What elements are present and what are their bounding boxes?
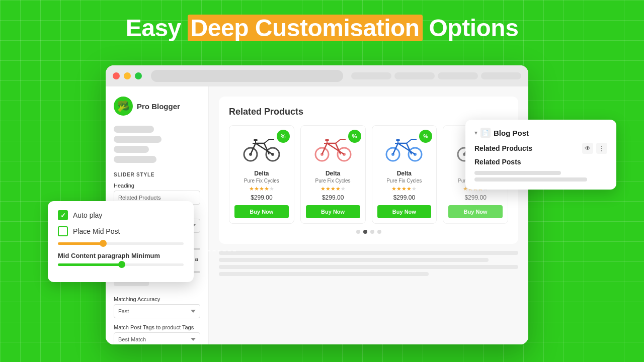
place-mid-label: Place Mid Post [73, 227, 120, 235]
place-mid-checkbox[interactable] [58, 226, 68, 236]
nav-item-3[interactable] [114, 146, 149, 153]
section-title: SLIDER STYLE [114, 172, 200, 177]
product-name-2: Delta [306, 170, 360, 177]
logo-icon: 🥦 [114, 97, 133, 116]
eye-icon[interactable]: 👁 [582, 143, 593, 154]
place-mid-item: Place Mid Post [58, 226, 184, 236]
dot-2[interactable] [363, 230, 367, 234]
product-image-3 [384, 131, 424, 166]
chevron-down-icon: ▾ [474, 129, 477, 136]
blog-post-title: Blog Post [494, 129, 529, 137]
blog-panel: ▾ 📄 Blog Post Related Products 👁 ⋮ Relat… [465, 120, 616, 190]
buy-button-3[interactable]: Buy Now [377, 205, 432, 218]
content-line-2 [219, 258, 489, 262]
svg-rect-11 [325, 139, 329, 141]
page-title-container: Easy Deep Customisation Options [0, 0, 644, 51]
nav-item-1[interactable] [114, 126, 154, 133]
matching-accuracy-group: Matching Accuracy Fast [114, 296, 200, 318]
product-image-1 [242, 131, 282, 166]
buy-button-4[interactable]: Buy Now [448, 205, 503, 218]
browser-titlebar [106, 65, 528, 86]
panel-slider-track[interactable] [58, 242, 184, 245]
blog-related-products-item: Related Products 👁 ⋮ [474, 143, 607, 154]
product-price-4: $299.00 [448, 194, 503, 201]
nav-pills [114, 126, 200, 163]
product-price-2: $299.00 [306, 194, 360, 201]
nav-item-4[interactable] [114, 156, 156, 163]
panel-slider-fill [58, 242, 102, 245]
buy-button-2[interactable]: Buy Now [306, 205, 360, 218]
svg-rect-5 [254, 139, 258, 141]
match-post-group: Match Post Tags to product Tags Best Mat… [114, 324, 200, 344]
sidebar-logo: 🥦 Pro Blogger [114, 97, 200, 116]
dot-3[interactable] [370, 230, 374, 234]
matching-accuracy-select[interactable]: Fast [114, 304, 200, 318]
blog-subline-1 [474, 171, 561, 175]
product-name-1: Delta [234, 170, 289, 177]
product-brand-3: Pure Fix Cycles [377, 178, 432, 184]
product-price-3: $299.00 [377, 194, 432, 201]
svg-rect-17 [396, 139, 400, 141]
product-price-1: $299.00 [234, 194, 289, 201]
product-brand-1: Pure Fix Cycles [234, 178, 289, 184]
mid-content-label: Mid Content paragraph Minimum [58, 252, 184, 259]
nav-pill-3 [438, 72, 478, 79]
panel-slider-thumb-2[interactable] [118, 261, 125, 268]
content-line-1 [219, 251, 518, 255]
title-highlight: Deep Customisation [188, 15, 423, 41]
product-stars-1: ★★★★★ [234, 186, 289, 192]
content-lines [219, 251, 518, 276]
minimize-button-dot[interactable] [124, 72, 131, 79]
blog-sublines [474, 171, 607, 182]
panel-slider-track-2[interactable] [58, 263, 184, 266]
blog-icon: 📄 [480, 128, 491, 138]
blog-panel-header: ▾ 📄 Blog Post [474, 128, 607, 138]
title-text-1: Easy [126, 15, 188, 41]
menu-dots-icon[interactable]: ⋮ [596, 143, 607, 154]
title-text-2: Options [423, 15, 519, 41]
product-card-1: % [229, 125, 294, 224]
blog-related-posts-item: Related Posts [474, 158, 607, 166]
nav-pill-2 [394, 72, 435, 79]
panel-slider [58, 242, 184, 245]
blog-item-2-name: Related Posts [474, 158, 521, 166]
blog-item-1-name: Related Products [474, 144, 532, 152]
address-bar[interactable] [151, 70, 343, 82]
product-image-2 [313, 131, 353, 166]
product-badge-3: % [419, 130, 432, 143]
product-name-3: Delta [377, 170, 432, 177]
product-brand-2: Pure Fix Cycles [306, 178, 360, 184]
product-badge-1: % [277, 130, 290, 143]
blog-item-1-actions: 👁 ⋮ [582, 143, 607, 154]
nav-pill-1 [351, 72, 391, 79]
product-stars-2: ★★★★★ [306, 186, 360, 192]
blog-subline-2 [474, 177, 587, 182]
product-card-3: % [372, 125, 437, 224]
autoplay-checkbox[interactable]: ✓ [58, 210, 68, 220]
connector-left [192, 236, 237, 251]
carousel-dots [229, 230, 508, 234]
autoplay-label: Auto play [73, 211, 102, 219]
product-stars-3: ★★★★★ [377, 186, 432, 192]
match-post-select[interactable]: Best Match [114, 332, 200, 344]
close-button-dot[interactable] [113, 72, 120, 79]
products-title: Related Products [229, 107, 508, 117]
connector-right [437, 171, 462, 186]
dot-1[interactable] [356, 230, 360, 234]
maximize-button-dot[interactable] [135, 72, 142, 79]
logo-text: Pro Blogger [137, 102, 180, 111]
page-title: Easy Deep Customisation Options [0, 14, 644, 42]
check-icon: ✓ [60, 212, 66, 219]
match-post-label: Match Post Tags to product Tags [114, 324, 200, 330]
matching-accuracy-label: Matching Accuracy [114, 296, 200, 302]
panel-slider-fill-2 [58, 263, 121, 266]
autoplay-item: ✓ Auto play [58, 210, 184, 220]
panel-slider-thumb[interactable] [100, 240, 107, 247]
dot-4[interactable] [377, 230, 381, 234]
product-badge-2: % [348, 130, 361, 143]
content-line-4 [219, 272, 429, 276]
nav-item-2[interactable] [114, 136, 162, 143]
panel-slider-2 [58, 263, 184, 266]
buy-button-1[interactable]: Buy Now [234, 205, 289, 218]
checkbox-panel: ✓ Auto play Place Mid Post Mid Content p… [48, 201, 194, 282]
